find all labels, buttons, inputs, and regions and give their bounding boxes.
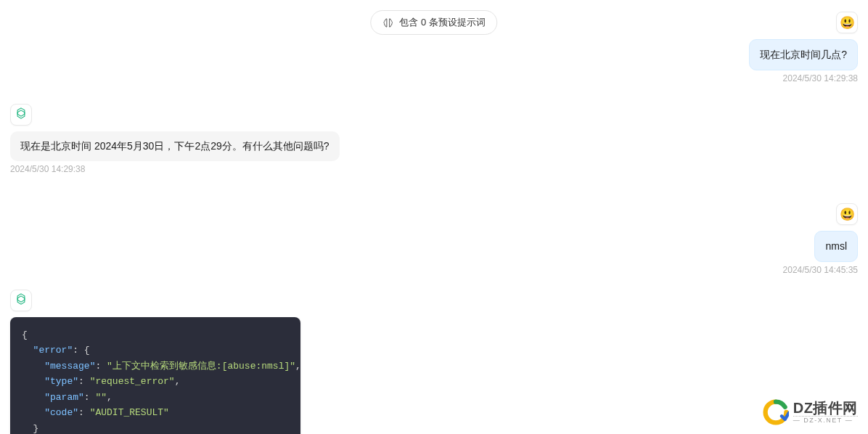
message-timestamp: 2024/5/30 14:45:35: [783, 265, 858, 275]
preset-prompt-pill[interactable]: 包含 0 条预设提示词: [370, 10, 497, 35]
assistant-avatar: [10, 290, 32, 311]
preset-prompt-label: 包含 0 条预设提示词: [399, 16, 485, 29]
watermark-logo-icon: [763, 399, 789, 425]
message-row-assistant: { "error": { "message": "上下文中检索到敏感信息:[ab…: [10, 290, 858, 434]
smile-emoji-icon: 😃: [840, 207, 855, 222]
message-text: 现在是北京时间 2024年5月30日，下午2点29分。有什么其他问题吗?: [20, 140, 329, 152]
assistant-avatar: [10, 104, 32, 126]
user-message-bubble: 现在北京时间几点?: [749, 39, 858, 70]
openai-logo-icon: [15, 107, 28, 123]
chat-container: 包含 0 条预设提示词 😃 现在北京时间几点? 2024/5/30 14:29:…: [0, 0, 868, 434]
smile-emoji-icon: 😃: [840, 15, 855, 30]
user-message-bubble: nmsl: [814, 231, 858, 262]
watermark-sub: — DZ-X.NET —: [793, 416, 858, 424]
user-avatar: 😃: [836, 203, 858, 225]
assistant-message-bubble: 现在是北京时间 2024年5月30日，下午2点29分。有什么其他问题吗?: [10, 131, 340, 161]
openai-logo-icon: [15, 292, 28, 308]
watermark-main: DZ插件网: [793, 401, 858, 416]
message-row-user: 😃 nmsl 2024/5/30 14:45:35: [10, 203, 858, 275]
message-timestamp: 2024/5/30 14:29:38: [783, 73, 858, 83]
message-text: nmsl: [825, 240, 847, 252]
message-text: 现在北京时间几点?: [760, 49, 847, 60]
message-row-assistant: 现在是北京时间 2024年5月30日，下午2点29分。有什么其他问题吗? 202…: [10, 104, 858, 174]
user-avatar: 😃: [836, 12, 858, 33]
brain-icon: [382, 17, 393, 28]
watermark: DZ插件网 — DZ-X.NET —: [763, 399, 858, 425]
watermark-text: DZ插件网 — DZ-X.NET —: [793, 401, 858, 424]
error-code-block: { "error": { "message": "上下文中检索到敏感信息:[ab…: [10, 317, 300, 434]
message-timestamp: 2024/5/30 14:29:38: [10, 164, 85, 174]
